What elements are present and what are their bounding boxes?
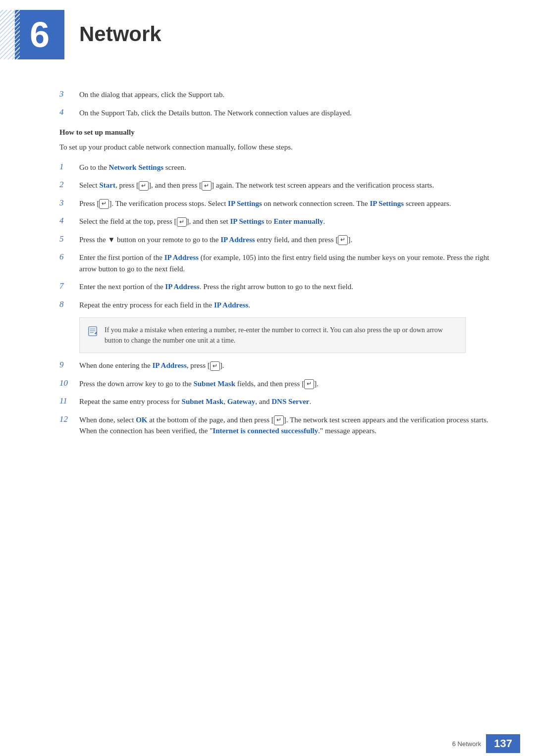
step-text-6: Enter the first portion of the IP Addres… (79, 252, 495, 274)
highlight-gateway: Gateway (227, 398, 256, 405)
enter-key-icon-4 (177, 217, 187, 227)
step-text-5: Press the ▼ button on your remote to go … (79, 234, 352, 246)
enter-key-icon-2 (202, 181, 212, 191)
highlight-ip-address-a: IP Address (220, 236, 255, 244)
step-item-11: 11 Repeat the same entry process for Sub… (59, 396, 495, 407)
highlight-start: Start (99, 181, 115, 189)
step-item-7: 7 Enter the next portion of the IP Addre… (59, 281, 495, 293)
enter-key-icon-3 (99, 199, 109, 209)
step-text-2: Select Start, press [], and then press [… (79, 180, 434, 191)
step-text-1: Go to the Network Settings screen. (79, 162, 186, 173)
highlight-ip-address-c: IP Address (165, 283, 199, 291)
step-number-4: 4 (59, 107, 79, 117)
highlight-network-settings: Network Settings (109, 163, 163, 171)
highlight-ok: OK (136, 416, 147, 424)
step-item-12: 12 When done, select OK at the bottom of… (59, 414, 495, 437)
step-item-8: 8 Repeat the entry process for each fiel… (59, 300, 495, 311)
step-text-4b: Select the field at the top, press [], a… (79, 216, 325, 227)
step-num-9: 9 (59, 360, 79, 370)
step-item-9: 9 When done entering the IP Address, pre… (59, 360, 495, 371)
enter-key-icon-12 (274, 415, 284, 425)
step-item-5: 5 Press the ▼ button on your remote to g… (59, 234, 495, 246)
page-footer: 6 Network 137 (0, 731, 535, 756)
chapter-number: 6 (15, 10, 64, 59)
chapter-title: Network (79, 22, 161, 46)
step-text-10: Press the down arrow key to go to the Su… (79, 378, 319, 390)
prior-step-3: 3 On the dialog that appears, click the … (59, 89, 495, 101)
step-text-7: Enter the next portion of the IP Address… (79, 281, 353, 293)
highlight-ip-settings-b: IP Settings (370, 200, 404, 207)
step-item-6: 6 Enter the first portion of the IP Addr… (59, 252, 495, 274)
note-box: If you make a mistake when entering a nu… (79, 317, 466, 353)
enter-key-icon-5 (338, 235, 348, 245)
enter-key-icon (139, 181, 149, 191)
header: 6 Network (0, 0, 535, 59)
step-num-8: 8 (59, 300, 79, 309)
svg-rect-0 (89, 327, 97, 336)
step-num-7: 7 (59, 281, 79, 291)
footer-page-number: 137 (486, 734, 520, 753)
step-item-3: 3 Press []. The verification process sto… (59, 198, 495, 209)
step-num-1: 1 (59, 162, 79, 172)
step-num-3: 3 (59, 198, 79, 208)
highlight-enter-manually: Enter manually (273, 217, 323, 225)
enter-key-icon-10 (304, 379, 314, 389)
prior-step-4: 4 On the Support Tab, click the Details … (59, 107, 495, 119)
note-text: If you make a mistake when entering a nu… (105, 325, 457, 346)
step-num-4: 4 (59, 216, 79, 226)
step-num-10: 10 (59, 378, 79, 388)
steps-list: 1 Go to the Network Settings screen. 2 S… (59, 162, 495, 437)
step-item-1: 1 Go to the Network Settings screen. (59, 162, 495, 173)
step-num-11: 11 (59, 396, 79, 406)
step-text-11: Repeat the same entry process for Subnet… (79, 396, 311, 407)
highlight-ip-address-d: IP Address (214, 301, 248, 309)
highlight-ip-settings-a: IP Settings (228, 200, 262, 207)
step-num-2: 2 (59, 180, 79, 190)
highlight-dns-server: DNS Server (271, 398, 309, 405)
step-num-12: 12 (59, 414, 79, 424)
highlight-internet-connected: Internet is connected successfully (213, 427, 318, 435)
step-text-3: On the dialog that appears, click the Su… (79, 89, 224, 101)
prior-steps-list: 3 On the dialog that appears, click the … (59, 89, 495, 118)
step-text-3b: Press []. The verification process stops… (79, 198, 451, 209)
section-heading: How to set up manually (59, 128, 495, 137)
footer-label: 6 Network (452, 740, 482, 748)
pencil-note-icon (88, 326, 99, 337)
enter-key-icon-9 (210, 361, 220, 371)
step-text-9: When done entering the IP Address, press… (79, 360, 224, 371)
step-number-3: 3 (59, 89, 79, 99)
step-text-8: Repeat the entry process for each field … (79, 300, 250, 311)
step-num-6: 6 (59, 252, 79, 262)
step-text-12: When done, select OK at the bottom of th… (79, 414, 495, 437)
highlight-ip-address-e: IP Address (152, 361, 186, 369)
highlight-subnet-mask-b: Subnet Mask (182, 398, 224, 405)
section-intro: To set up your product cable network con… (59, 142, 495, 153)
highlight-subnet-mask-a: Subnet Mask (193, 380, 235, 388)
content-area: 3 On the dialog that appears, click the … (0, 89, 535, 483)
step-item-10: 10 Press the down arrow key to go to the… (59, 378, 495, 390)
step-item-2: 2 Select Start, press [], and then press… (59, 180, 495, 191)
highlight-ip-address-b: IP Address (164, 253, 199, 261)
highlight-ip-settings-c: IP Settings (230, 217, 265, 225)
step-item-4: 4 Select the field at the top, press [],… (59, 216, 495, 227)
note-icon (88, 326, 99, 339)
step-num-5: 5 (59, 234, 79, 244)
step-text-4: On the Support Tab, click the Details bu… (79, 107, 352, 119)
